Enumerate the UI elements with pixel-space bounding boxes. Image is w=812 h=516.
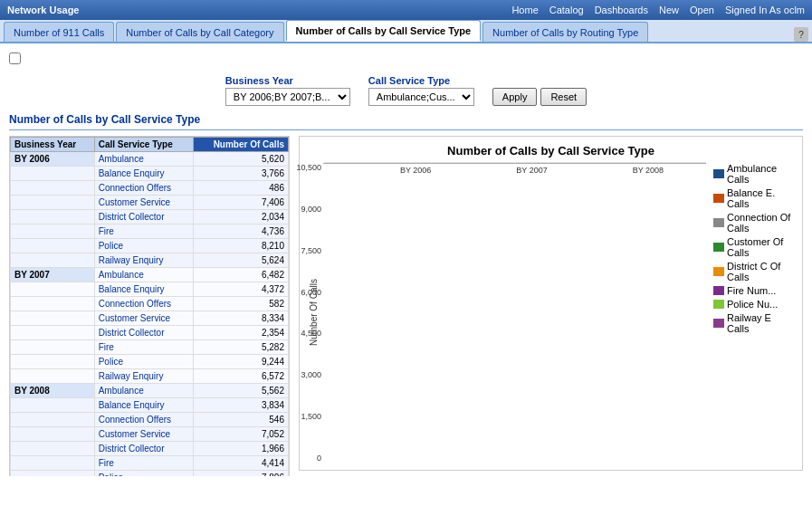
table-row: [11, 340, 95, 355]
call-service-type-filter: Call Service Type Ambulance;Cus...: [368, 75, 474, 106]
business-year-select[interactable]: BY 2006;BY 2007;B...: [225, 88, 350, 106]
legend-item: Police Nu...: [713, 299, 795, 310]
legend-label: Customer Of Calls: [727, 236, 795, 258]
y-label: 3,000: [289, 370, 321, 379]
grid-line: [324, 162, 706, 163]
table-row: [11, 311, 95, 326]
x-label: BY 2006: [358, 166, 473, 175]
legend-item: Balance E. Calls: [713, 187, 795, 209]
legend-color: [713, 243, 724, 252]
checkbox-area: [9, 53, 803, 66]
y-label: 10,500: [289, 163, 321, 172]
table-row: [11, 196, 95, 210]
table-row: [11, 442, 95, 456]
y-label: 7,500: [289, 246, 321, 255]
table-row: BY 2006: [11, 152, 95, 167]
nav-links: Home Catalog Dashboards New Open Signed …: [511, 5, 805, 15]
legend-label: Police Nu...: [727, 299, 778, 310]
table-row: [11, 210, 95, 225]
table-row: [11, 253, 95, 268]
y-label: 0: [289, 454, 321, 463]
legend-color: [713, 194, 724, 203]
legend-label: Fire Num...: [727, 285, 776, 296]
nav-home[interactable]: Home: [511, 5, 538, 15]
call-service-type-label: Call Service Type: [368, 75, 474, 86]
x-labels: BY 2006BY 2007BY 2008: [358, 166, 706, 175]
y-label: 1,500: [289, 412, 321, 421]
legend-color: [713, 267, 724, 276]
legend-color: [713, 319, 724, 328]
y-label: 9,000: [289, 205, 321, 214]
checkbox[interactable]: [9, 53, 21, 64]
legend-item: Railway E Calls: [713, 312, 795, 334]
nav-open[interactable]: Open: [690, 5, 714, 15]
legend-item: District C Of Calls: [713, 261, 795, 282]
filter-buttons: Apply Reset: [492, 88, 587, 106]
table-panel: Business Year Call Service Type Number O…: [9, 136, 290, 476]
filters-row: Business Year BY 2006;BY 2007;B... Call …: [9, 75, 803, 106]
table-row: BY 2007: [11, 268, 95, 282]
apply-button[interactable]: Apply: [492, 88, 538, 106]
call-service-type-select[interactable]: Ambulance;Cus...: [368, 88, 474, 106]
legend-color: [713, 300, 724, 309]
chart-area: Number Of Calls 01,5003,0004,5006,0007,5…: [307, 163, 795, 463]
table-row: [11, 456, 95, 471]
legend-color: [713, 286, 724, 295]
tab-right-area: ?: [794, 27, 808, 42]
nav-new[interactable]: New: [659, 5, 679, 15]
chart-title: Number of Calls by Call Service Type: [307, 144, 795, 158]
chart-legend: Ambulance CallsBalance E. CallsConnectio…: [713, 163, 795, 463]
nav-dashboards[interactable]: Dashboards: [595, 5, 648, 15]
y-label: 4,500: [289, 329, 321, 338]
tab-calls-by-routing[interactable]: Number of Calls by Routing Type: [482, 22, 648, 42]
tab-911-calls[interactable]: Number of 911 Calls: [4, 22, 114, 42]
legend-item: Ambulance Calls: [713, 163, 795, 185]
tab-calls-by-service-type[interactable]: Number of Calls by Call Service Type: [286, 20, 482, 42]
reset-button[interactable]: Reset: [540, 88, 587, 106]
chart-body: 01,5003,0004,5006,0007,5009,00010,500 BY…: [323, 163, 795, 463]
y-label: 6,000: [289, 288, 321, 297]
legend-label: Balance E. Calls: [727, 187, 795, 209]
table-container: Business Year Call Service Type Number O…: [9, 136, 290, 471]
table-row: [11, 225, 95, 239]
x-label: BY 2007: [473, 166, 589, 175]
legend-item: Customer Of Calls: [713, 236, 795, 258]
help-icon[interactable]: ?: [794, 27, 808, 42]
table-row: [11, 167, 95, 181]
legend-label: Ambulance Calls: [727, 163, 795, 185]
legend-label: Railway E Calls: [727, 312, 795, 334]
legend-label: District C Of Calls: [727, 261, 795, 282]
business-year-filter: Business Year BY 2006;BY 2007;B...: [225, 75, 350, 106]
tabs-bar: Number of 911 Calls Number of Calls by C…: [0, 20, 812, 43]
app-title: Network Usage: [7, 5, 79, 15]
table-row: [11, 398, 95, 413]
chart-inner: 01,5003,0004,5006,0007,5009,00010,500 BY…: [323, 163, 795, 463]
table-row: [11, 355, 95, 369]
chart-grid-wrapper: 01,5003,0004,5006,0007,5009,00010,500 BY…: [323, 163, 706, 463]
table-row: [11, 297, 95, 311]
chart-grid: [323, 163, 706, 164]
section-title: Number of Calls by Call Service Type: [9, 113, 803, 130]
legend-item: Connection Of Calls: [713, 212, 795, 234]
table-row: [11, 239, 95, 253]
legend-color: [713, 218, 724, 227]
content-area: Business Year BY 2006;BY 2007;B... Call …: [0, 43, 812, 476]
table-row: [11, 181, 95, 196]
legend-color: [713, 169, 724, 178]
nav-signed-in: Signed In As oclm: [725, 5, 805, 15]
table-row: BY 2008: [11, 384, 95, 398]
tab-calls-by-category[interactable]: Number of Calls by Call Category: [116, 22, 283, 42]
chart-panel: Number of Calls by Call Service Type Num…: [299, 136, 803, 471]
business-year-label: Business Year: [225, 75, 350, 86]
legend-label: Connection Of Calls: [727, 212, 795, 234]
table-row: [11, 369, 95, 384]
main-layout: Business Year Call Service Type Number O…: [9, 136, 803, 471]
table-row: [11, 427, 95, 442]
table-row: [11, 326, 95, 340]
data-table: Business Year Call Service Type Number O…: [10, 137, 289, 476]
table-row: [11, 413, 95, 427]
title-bar: Network Usage Home Catalog Dashboards Ne…: [0, 0, 812, 20]
nav-catalog[interactable]: Catalog: [549, 5, 584, 15]
legend-item: Fire Num...: [713, 285, 795, 296]
y-labels: 01,5003,0004,5006,0007,5009,00010,500: [289, 163, 321, 463]
